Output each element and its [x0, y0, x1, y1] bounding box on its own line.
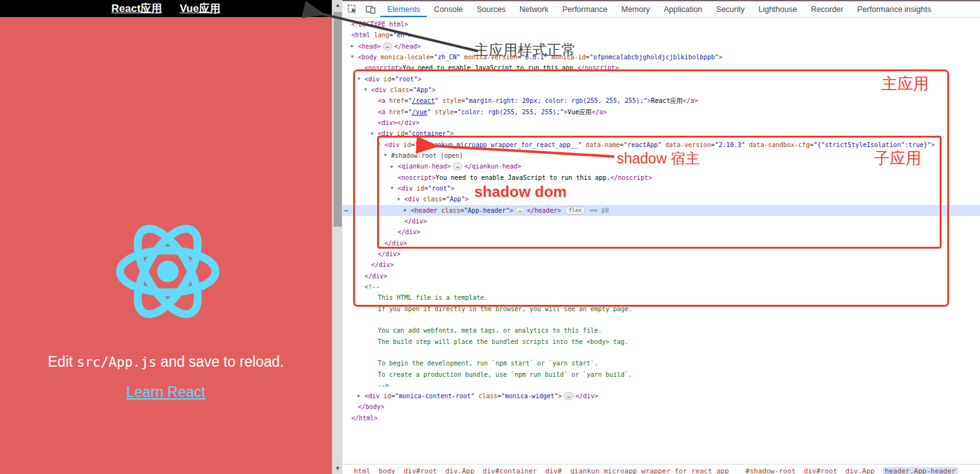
breadcrumb-item[interactable]: body	[379, 467, 396, 474]
dom-tree-row[interactable]: </div>	[342, 249, 980, 259]
tab-elements[interactable]: Elements	[380, 1, 427, 17]
breadcrumb-item[interactable]: div#__qiankun_microapp_wrapper_for_react…	[545, 467, 737, 474]
expand-arrow-icon[interactable]: ▼	[378, 139, 385, 150]
row-more-actions-icon[interactable]: ⋯	[344, 205, 347, 216]
code-token: <head>	[358, 43, 381, 50]
collapsed-content-icon[interactable]: …	[453, 162, 462, 170]
tab-security[interactable]: Security	[709, 1, 752, 17]
breadcrumb-item[interactable]: div#root	[404, 467, 437, 474]
expand-arrow-icon[interactable]: ▼	[365, 85, 371, 95]
dom-tree-row[interactable]: </div>	[342, 259, 980, 270]
page-scrollbar[interactable]: ▲ ▼	[332, 0, 342, 474]
dom-tree-row[interactable]	[342, 314, 980, 325]
device-toolbar-icon[interactable]	[361, 1, 380, 17]
screenshot-root: { "app": { "nav_links": [ { "label": "Re…	[0, 0, 980, 474]
expand-arrow-icon[interactable]: ▼	[384, 150, 391, 161]
dom-tree-row[interactable]: ▼<div id="root">	[342, 74, 980, 85]
dom-tree-row[interactable]: If you open it directly in the browser, …	[342, 304, 980, 314]
code-token: data-name	[582, 141, 620, 148]
scroll-down-icon[interactable]: ▼	[332, 463, 343, 474]
tab-performance-insights[interactable]: Performance insights	[850, 1, 938, 17]
code-token: <a	[378, 97, 385, 104]
dom-tree-row[interactable]: </div>	[342, 271, 980, 281]
dom-tree-row[interactable]: ▼<div id="root">	[342, 183, 980, 194]
dom-tree-row-selected[interactable]: ⋯▶<header class="App-header">…</header>f…	[342, 205, 980, 216]
breadcrumb-item[interactable]: #shadow-root	[745, 467, 795, 474]
dom-tree-row[interactable]: </div>	[342, 238, 980, 249]
dom-tree-row[interactable]: This HTML file is a template.	[342, 292, 980, 303]
code-token: </a>	[592, 109, 607, 116]
dom-tree-row[interactable]: ▶<div id="monica-content-root" class="mo…	[342, 391, 980, 401]
dom-tree-row[interactable]: ▼<div id="container">	[342, 128, 980, 139]
breadcrumb-item[interactable]: div#container	[482, 467, 537, 474]
learn-react-link[interactable]: Learn React	[126, 384, 205, 400]
dom-tree-row[interactable]: The build step will place the bundled sc…	[342, 336, 980, 347]
scroll-up-icon[interactable]: ▲	[332, 0, 343, 11]
dom-tree-row[interactable]: <div></div>	[342, 117, 980, 128]
expand-arrow-icon[interactable]: ▶	[404, 205, 411, 216]
dom-tree-row[interactable]: ▼<body monica-locale="zh_CN" monica-vers…	[342, 52, 980, 62]
dom-tree-row[interactable]: You can add webfonts, meta tags, or anal…	[342, 325, 980, 336]
breadcrumb-item[interactable]: div#root	[804, 467, 837, 474]
code-token: "root"	[428, 185, 451, 192]
code-token: </div>	[378, 251, 400, 258]
dom-tree-row[interactable]: To create a production bundle, use `npm …	[342, 369, 980, 380]
attribute-link[interactable]: /vue	[412, 109, 427, 116]
tab-lighthouse[interactable]: Lighthouse	[752, 1, 804, 17]
code-token: class	[419, 196, 442, 203]
tab-network[interactable]: Network	[513, 1, 556, 17]
expand-arrow-icon[interactable]: ▼	[358, 74, 365, 85]
expand-arrow-icon[interactable]: ▶	[391, 162, 398, 172]
scrollbar-thumb[interactable]	[334, 12, 342, 227]
dom-tree-row[interactable]: <noscript>You need to enable JavaScript …	[342, 172, 980, 183]
tab-memory[interactable]: Memory	[614, 1, 656, 17]
dom-tree-row[interactable]	[342, 347, 980, 358]
tab-recorder[interactable]: Recorder	[804, 1, 850, 17]
code-token: "margin-right: 20px; color: rgb(255, 255…	[465, 97, 648, 104]
nav-link-vue[interactable]: Vue应用	[180, 1, 221, 16]
expand-arrow-icon[interactable]: ▼	[351, 52, 358, 62]
breadcrumb-item[interactable]: div.App	[846, 467, 875, 474]
dom-tree-row[interactable]: ▶<qiankun-head>…</qiankun-head>	[342, 161, 980, 172]
expand-arrow-icon[interactable]: ▶	[358, 391, 365, 401]
dom-tree-row[interactable]: -->	[342, 380, 980, 391]
dom-tree-row[interactable]: </div>	[342, 227, 980, 237]
code-token: href	[385, 97, 404, 104]
flex-badge[interactable]: flex	[565, 206, 585, 215]
attribute-link[interactable]: /react	[412, 97, 435, 104]
tab-sources[interactable]: Sources	[470, 1, 513, 17]
dom-tree-row[interactable]: <html lang="en">	[342, 30, 980, 40]
dom-tree-row[interactable]: To begin the development, run `npm start…	[342, 358, 980, 369]
collapsed-content-icon[interactable]: …	[515, 206, 525, 215]
tab-performance[interactable]: Performance	[556, 1, 615, 17]
breadcrumb-item[interactable]: div.App	[445, 467, 474, 474]
dom-tree-row[interactable]: </html>	[342, 413, 980, 424]
collapsed-content-icon[interactable]: …	[383, 42, 392, 50]
tab-console[interactable]: Console	[427, 1, 470, 17]
nav-link-react[interactable]: React应用	[112, 1, 162, 16]
breadcrumb-item[interactable]: html	[354, 467, 371, 474]
expand-arrow-icon[interactable]: ▼	[397, 194, 404, 205]
inspect-element-icon[interactable]	[342, 1, 361, 17]
edit-text-before: Edit	[48, 353, 77, 370]
expand-arrow-icon[interactable]: ▼	[391, 183, 398, 194]
breadcrumb-item-selected[interactable]: header.App-header	[883, 467, 958, 474]
dom-tree-row[interactable]: ▼<div class="App">	[342, 194, 980, 204]
dom-tree-row[interactable]: <!DOCTYPE html>	[342, 19, 980, 30]
dom-tree-row[interactable]: <a href="/react" style="margin-right: 20…	[342, 95, 980, 106]
dom-tree-row[interactable]: </div>	[342, 216, 980, 227]
dom-tree-row[interactable]: </body>	[342, 401, 980, 412]
tab-application[interactable]: Application	[656, 1, 709, 17]
code-token: "2.10.3"	[715, 141, 745, 148]
expand-arrow-icon[interactable]: ▶	[351, 41, 358, 52]
dom-tree-row[interactable]: ▶<head>…</head>	[342, 41, 980, 52]
code-token: "zh_CN"	[434, 54, 460, 61]
dom-tree-row[interactable]: ▼#shadow-root (open)	[342, 150, 980, 161]
collapsed-content-icon[interactable]: …	[564, 392, 573, 400]
dom-tree-row[interactable]: <a href="/vue" style="color: rgb(255, 25…	[342, 107, 980, 117]
dom-tree-row[interactable]: ▼<div id="__qiankun_microapp_wrapper_for…	[342, 139, 980, 150]
dom-tree-row[interactable]: <noscript>You need to enable JavaScript …	[342, 62, 980, 73]
dom-tree-row[interactable]: ▼<div class="App">	[342, 85, 980, 95]
expand-arrow-icon[interactable]: ▼	[371, 129, 378, 139]
dom-tree-row[interactable]: <!--	[342, 281, 980, 292]
